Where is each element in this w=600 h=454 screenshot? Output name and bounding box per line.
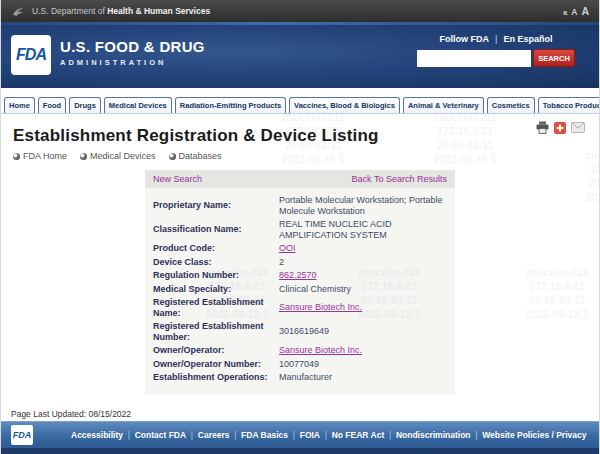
- results-card: New Search Back To Search Results Propri…: [145, 170, 455, 395]
- fda-brand-line1: U.S. FOOD & DRUG: [60, 38, 205, 55]
- table-row: Owner/Operator Number: 10077049: [153, 359, 447, 370]
- field-label: Classification Name:: [153, 224, 279, 235]
- registered-establishment-name-link[interactable]: Sansure Biotech Inc.: [279, 302, 362, 313]
- tab-radiation-emitting-products[interactable]: Radiation-Emitting Products: [175, 97, 286, 113]
- follow-fda-link[interactable]: Follow FDA: [440, 34, 490, 44]
- results-card-header: New Search Back To Search Results: [145, 170, 455, 188]
- font-size-small-button[interactable]: a: [563, 9, 567, 16]
- header-links-divider: |: [495, 34, 497, 44]
- search-button[interactable]: SEARCH: [533, 49, 575, 67]
- hhs-top-bar: U.S. Department of Health & Human Servic…: [1, 0, 599, 22]
- device-detail-table: Proprietary Name: Portable Molecular Wor…: [145, 188, 455, 383]
- regulation-number-link[interactable]: 862.2570: [279, 270, 317, 281]
- table-row: Regulation Number: 862.2570: [153, 270, 447, 281]
- fda-page: { "colors": { "header_navy": "#24447b", …: [0, 0, 600, 454]
- fda-brand: U.S. FOOD & DRUG ADMINISTRATION: [60, 38, 205, 67]
- field-label: Product Code:: [153, 243, 279, 254]
- fda-logo[interactable]: FDA: [11, 35, 51, 75]
- field-value: Manufacturer: [279, 372, 332, 383]
- field-value: 10077049: [279, 359, 319, 370]
- field-label: Registered Establishment Name:: [153, 297, 279, 318]
- header-links: Follow FDA|En Español: [417, 34, 575, 44]
- tab-drugs[interactable]: Drugs: [69, 97, 101, 113]
- table-row: Classification Name: REAL TIME NUCLEIC A…: [153, 219, 447, 240]
- back-to-search-results-link[interactable]: Back To Search Results: [352, 174, 447, 184]
- footer-link-careers[interactable]: Careers: [198, 430, 241, 440]
- tab-animal-veterinary[interactable]: Animal & Veterinary: [403, 97, 484, 113]
- table-row: Owner/Operator: Sansure Biotech Inc.: [153, 345, 447, 356]
- footer-link-fda-basics[interactable]: FDA Basics: [241, 430, 300, 440]
- tab-cosmetics[interactable]: Cosmetics: [487, 97, 535, 113]
- share-icon[interactable]: [554, 122, 566, 134]
- table-row: Registered Establishment Name: Sansure B…: [153, 297, 447, 318]
- page-last-updated: Page Last Updated: 08/15/2022: [11, 408, 589, 421]
- field-value: REAL TIME NUCLEIC ACID AMPLIFICATION SYS…: [279, 219, 447, 240]
- footer-link-website-policies-privacy[interactable]: Website Policies / Privacy: [482, 430, 586, 440]
- owner-operator-link[interactable]: Sansure Biotech Inc.: [279, 345, 362, 356]
- footer-fda-logo[interactable]: FDA: [11, 425, 33, 445]
- hhs-title: U.S. Department of Health & Human Servic…: [32, 6, 210, 16]
- en-espanol-link[interactable]: En Español: [503, 34, 552, 44]
- footer-link-foia[interactable]: FOIA: [300, 430, 332, 440]
- font-size-controls: a A A: [563, 5, 589, 17]
- breadcrumb: FDA Home Medical Devices Databases: [13, 151, 587, 161]
- bullet-icon: [13, 153, 20, 160]
- email-icon[interactable]: [571, 122, 585, 133]
- footer-link-accessibility[interactable]: Accessibility: [71, 430, 135, 440]
- header-search: SEARCH: [417, 49, 575, 67]
- field-label: Device Class:: [153, 257, 279, 268]
- field-label: Proprietary Name:: [153, 200, 279, 211]
- header-right: Follow FDA|En Español SEARCH: [417, 34, 575, 67]
- footer-bar: FDA Accessibility Contact FDA Careers FD…: [1, 421, 599, 448]
- page-title: Establishment Registration & Device List…: [13, 126, 587, 146]
- breadcrumb-medical-devices[interactable]: Medical Devices: [80, 151, 156, 161]
- field-value: 3016619649: [279, 326, 329, 337]
- search-input[interactable]: [417, 50, 531, 67]
- new-search-link[interactable]: New Search: [153, 174, 202, 184]
- table-row: Registered Establishment Number: 3016619…: [153, 321, 447, 342]
- font-size-large-button[interactable]: A: [581, 5, 589, 17]
- main-nav: Home Food Drugs Medical Devices Radiatio…: [1, 88, 599, 114]
- breadcrumb-fda-home[interactable]: FDA Home: [13, 151, 67, 161]
- field-label: Registered Establishment Number:: [153, 321, 279, 342]
- page-action-icons: [536, 121, 585, 134]
- table-row: Medical Specialty: Clinical Chemistry: [153, 284, 447, 295]
- font-size-medium-button[interactable]: A: [571, 7, 577, 17]
- field-label: Establishment Operations:: [153, 372, 279, 383]
- field-label: Medical Specialty:: [153, 284, 279, 295]
- table-row: Product Code: OOI: [153, 243, 447, 254]
- table-row: Device Class: 2: [153, 257, 447, 268]
- product-code-link[interactable]: OOI: [279, 243, 296, 254]
- tab-tobacco-products[interactable]: Tobacco Products: [538, 97, 600, 113]
- breadcrumb-databases[interactable]: Databases: [169, 151, 222, 161]
- bullet-icon: [169, 153, 176, 160]
- field-label: Owner/Operator:: [153, 345, 279, 356]
- footer-links: Accessibility Contact FDA Careers FDA Ba…: [71, 430, 586, 440]
- bullet-icon: [80, 153, 87, 160]
- tab-home[interactable]: Home: [4, 97, 35, 113]
- field-label: Regulation Number:: [153, 270, 279, 281]
- bottom-strip: [1, 448, 599, 454]
- fda-header: FDA U.S. FOOD & DRUG ADMINISTRATION Foll…: [1, 22, 599, 88]
- field-value: Portable Molecular Workstation; Portable…: [279, 195, 447, 216]
- table-row: Establishment Operations: Manufacturer: [153, 372, 447, 383]
- field-value: Clinical Chemistry: [279, 284, 351, 295]
- table-row: Proprietary Name: Portable Molecular Wor…: [153, 195, 447, 216]
- footer-link-contact-fda[interactable]: Contact FDA: [135, 430, 198, 440]
- watermark: zhucebu-211 172.16.9.21 20-68-83-11 2022…: [501, 265, 600, 321]
- print-icon[interactable]: [536, 121, 549, 134]
- tab-vaccines-blood-biologics[interactable]: Vaccines, Blood & Biologics: [289, 97, 400, 113]
- hhs-eagle-icon: [11, 4, 26, 19]
- tab-food[interactable]: Food: [38, 97, 66, 113]
- field-label: Owner/Operator Number:: [153, 359, 279, 370]
- field-value: 2: [279, 257, 284, 268]
- tab-medical-devices[interactable]: Medical Devices: [104, 97, 172, 113]
- footer-link-nondiscrimination[interactable]: Nondiscrimination: [396, 430, 482, 440]
- footer-link-no-fear-act[interactable]: No FEAR Act: [332, 430, 396, 440]
- fda-brand-line2: ADMINISTRATION: [60, 58, 205, 67]
